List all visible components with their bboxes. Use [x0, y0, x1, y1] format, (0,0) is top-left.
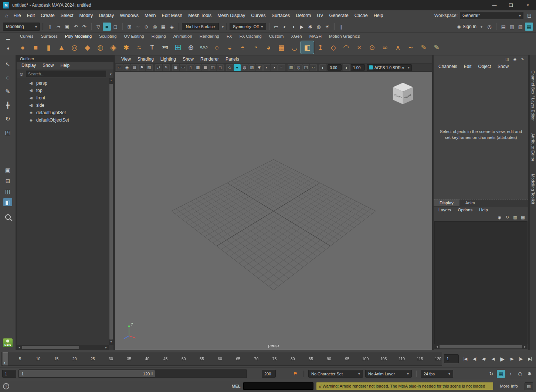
workspace-options-icon[interactable]: ▤ — [526, 12, 533, 19]
light-editor-icon[interactable]: ☀ — [323, 23, 331, 31]
go-to-start-button[interactable]: |◀ — [461, 354, 470, 364]
outliner-item-defaultLightSet[interactable]: ◉ defaultLightSet — [17, 109, 113, 116]
textured-icon[interactable]: ▨ — [248, 64, 255, 71]
smooth-icon[interactable]: ◡ — [288, 41, 301, 54]
camera-attributes-icon[interactable]: ▤ — [131, 64, 138, 71]
undo-icon[interactable]: ↶ — [72, 23, 80, 31]
motion-blur-icon[interactable]: ≈ — [278, 64, 285, 71]
scroll-right-arrow[interactable] — [523, 344, 527, 349]
curve-warp-icon[interactable]: ≈ — [133, 41, 146, 54]
ambient-occlusion-icon[interactable]: ◑ — [271, 64, 278, 71]
layer-horizontal-scrollbar[interactable] — [434, 344, 527, 349]
outliner-title[interactable]: Outliner — [17, 55, 113, 62]
exposure-field[interactable]: 0.00 — [328, 64, 342, 71]
grid-toggle-icon[interactable]: ⊞ — [172, 64, 179, 71]
render-sequence-icon[interactable]: ▶ — [298, 23, 306, 31]
outliner-item-side[interactable]: ◂▮ side — [17, 102, 113, 109]
toggle-workspace-panels-icon[interactable]: ▤ — [499, 23, 508, 31]
step-back-frame-button[interactable]: ◀| — [470, 354, 479, 364]
bridge-icon[interactable]: ◠ — [340, 41, 353, 54]
layout-two-pane-stacked-icon[interactable]: ⊟ — [3, 177, 12, 185]
scale-tool-icon[interactable]: ◳ — [3, 128, 13, 137]
zoom-tool-icon[interactable] — [5, 214, 11, 220]
menu-item[interactable]: Edit Mesh — [159, 10, 186, 21]
scroll-right-arrow[interactable] — [104, 345, 108, 350]
snap-to-points-icon[interactable]: ⊙ — [142, 23, 150, 31]
shelf-tab[interactable]: Rendering — [196, 34, 223, 38]
animation-start-field[interactable]: 1 — [2, 370, 16, 378]
scroll-left-arrow[interactable] — [435, 344, 439, 349]
view-cube[interactable]: FRONT RIGHT — [389, 81, 417, 108]
sphere-project-icon[interactable]: ○ — [210, 41, 223, 54]
layout-single-pane-icon[interactable]: ▣ — [3, 166, 12, 174]
poly-sphere-icon[interactable]: ● — [16, 41, 29, 54]
shelf-tab[interactable]: Surfaces — [37, 34, 61, 38]
color-space-dropdown[interactable]: ACES 1.0 SDR-v — [367, 64, 412, 71]
search-filter-icon[interactable]: ◎ — [18, 71, 24, 77]
snap-to-curves-icon[interactable]: ∼ — [134, 23, 142, 31]
channel-edit-mode-icon[interactable]: ✎ — [519, 57, 526, 62]
snap-to-grids-icon[interactable]: ⊞ — [125, 23, 133, 31]
menu-item[interactable]: Edit — [24, 10, 38, 21]
multisample-icon[interactable]: ▥ — [288, 64, 295, 71]
panel-menu[interactable]: Layers — [435, 207, 455, 214]
depth-of-field-icon[interactable]: ◎ — [295, 64, 302, 71]
extrude-icon[interactable]: ↥ — [314, 41, 327, 54]
menu-item[interactable]: Mesh Tools — [185, 10, 214, 21]
lock-camera-icon[interactable]: ◉ — [123, 64, 130, 71]
isolate-select-icon[interactable]: ◳ — [302, 64, 309, 71]
boolean-icon[interactable]: ◕ — [262, 41, 275, 54]
mute-audio-icon[interactable]: ♪ — [506, 370, 515, 378]
multi-cut-icon[interactable]: × — [353, 41, 366, 54]
sign-in-button[interactable]: ◉ Sign In — [455, 24, 485, 29]
toggle-channel-box-icon[interactable]: ▦ — [525, 23, 533, 31]
menu-item[interactable]: Surfaces — [269, 10, 293, 21]
combine-icon[interactable]: ◒ — [223, 41, 236, 54]
shelf-tab[interactable]: Poly Modeling — [61, 34, 95, 38]
poly-plane-icon[interactable]: ◆ — [81, 41, 94, 54]
panel-menu[interactable]: Show — [39, 62, 57, 69]
select-hierarchy-icon[interactable]: ▽ — [94, 23, 102, 31]
shelf-tab[interactable]: Curves — [16, 34, 37, 38]
poly-torus-icon[interactable]: ◎ — [68, 41, 81, 54]
menu-item[interactable]: Curves — [248, 10, 269, 21]
home-icon[interactable]: ⌂ — [3, 13, 10, 18]
gate-mask-icon[interactable]: ▩ — [194, 64, 201, 71]
menu-item[interactable]: File — [10, 10, 24, 21]
menu-item[interactable]: UV — [314, 10, 326, 21]
shelf-tab[interactable]: FX Caching — [236, 34, 265, 38]
symmetry-dropdown[interactable]: Symmetry: Off — [230, 23, 266, 30]
shadows-icon[interactable]: ◐ — [263, 64, 270, 71]
select-component-icon[interactable]: ◻ — [111, 23, 119, 31]
fps-dropdown[interactable]: 24 fps — [421, 370, 453, 378]
panel-menu[interactable]: Renderer — [197, 55, 222, 63]
command-language-toggle[interactable]: MEL — [232, 384, 241, 388]
outliner-vertical-scrollbar[interactable] — [109, 78, 113, 345]
panel-menu[interactable]: Show — [494, 63, 512, 71]
render-current-frame-icon[interactable]: ◐ — [281, 23, 289, 31]
menu-item[interactable]: Select — [58, 10, 77, 21]
smooth-shade-icon[interactable]: ● — [234, 64, 241, 71]
menu-item[interactable]: Deform — [293, 10, 314, 21]
panel-menu[interactable]: Options — [455, 207, 476, 214]
soften-edge-icon[interactable]: ∼ — [404, 41, 417, 54]
shelf-tab[interactable]: Sculpting — [95, 34, 120, 38]
outliner-item-persp[interactable]: ◂▮ persp — [17, 79, 113, 87]
safe-title-icon[interactable]: ◻ — [217, 64, 224, 71]
scroll-up-arrow[interactable] — [109, 79, 113, 83]
playback-range-bar[interactable]: 1 120 ‖ — [19, 370, 155, 377]
channel-slider-mode-icon[interactable]: ◫ — [504, 57, 510, 62]
exposure-icon[interactable]: ◐ — [319, 64, 326, 71]
shelf-tabs-visibility-icon[interactable]: ▬ — [5, 36, 11, 42]
poly-disc-icon[interactable]: ◍ — [94, 41, 107, 54]
panel-menu[interactable]: Help — [57, 62, 73, 69]
viewport-3d-view[interactable]: FRONT RIGHT y persp — [115, 72, 432, 350]
separate-icon[interactable]: ◓ — [236, 41, 249, 54]
image-plane-icon[interactable]: ▧ — [146, 64, 153, 71]
make-live-icon[interactable]: ◈ — [168, 23, 176, 31]
select-object-icon[interactable]: ■ — [103, 23, 111, 31]
render-view-icon[interactable]: ▭ — [272, 23, 280, 31]
anim-layer-dropdown[interactable]: No Anim Layer — [365, 370, 412, 378]
menu-item[interactable]: Modify — [76, 10, 96, 21]
time-slider-options-icon[interactable]: ▦ — [497, 370, 505, 378]
